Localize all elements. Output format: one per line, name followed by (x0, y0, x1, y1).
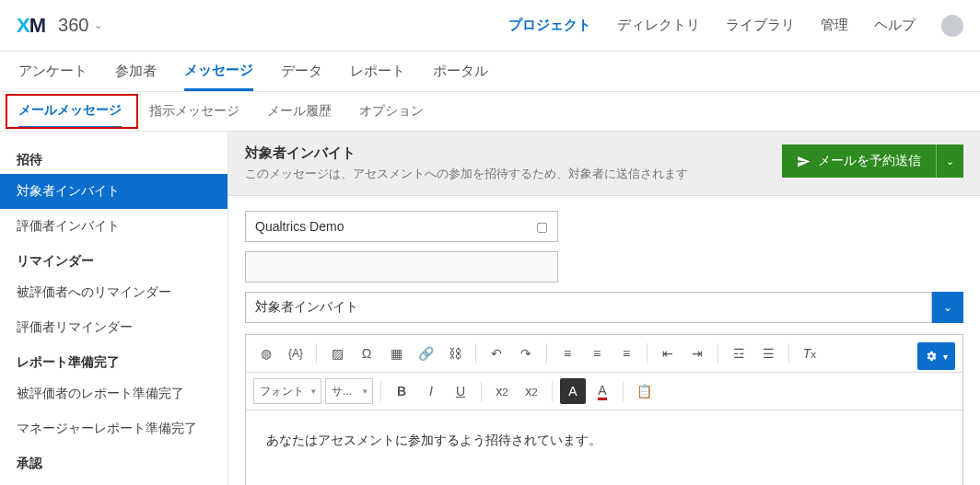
unlink-icon[interactable]: ⛓ (442, 341, 468, 366)
subtab-email-history[interactable]: メール履歴 (267, 96, 332, 127)
sidebar-item-manager-report-ready[interactable]: マネージャーレポート準備完了 (0, 411, 228, 446)
subtab-options[interactable]: オプション (359, 96, 424, 127)
tab-data[interactable]: データ (281, 53, 322, 89)
sidebar-heading-report-ready: レポート準備完了 (0, 345, 228, 376)
panel-title: 対象者インバイト (245, 144, 688, 162)
editor-body[interactable]: あなたはアセスメントに参加するよう招待されています。 (246, 410, 962, 485)
table-icon[interactable]: ▦ (383, 341, 409, 366)
tab-survey[interactable]: アンケート (18, 53, 88, 89)
image-icon[interactable]: ▨ (324, 341, 350, 366)
tab-reports[interactable]: レポート (350, 53, 405, 89)
app-switcher[interactable]: 360⌄ (58, 15, 102, 36)
underline-icon[interactable]: U (448, 378, 473, 404)
chevron-down-icon: ⌄ (94, 19, 102, 31)
sidebar-heading-invite: 招待 (0, 143, 228, 174)
sidebar-item-evaluator-reminder[interactable]: 評価者リマインダー (0, 310, 228, 345)
sidebar-item-subject-reminder[interactable]: 被評価者へのリマインダー (0, 275, 228, 310)
logo: XM (17, 14, 45, 38)
unordered-list-icon[interactable]: ☰ (755, 341, 781, 366)
subscript-icon[interactable]: x2 (489, 378, 515, 404)
font-size-select[interactable]: サ... (325, 378, 373, 404)
sidebar-item-approve-report[interactable]: レポートを承認 (0, 478, 228, 485)
piped-text-icon[interactable]: {A} (283, 341, 309, 366)
align-center-icon[interactable]: ≡ (584, 341, 610, 366)
special-char-icon[interactable]: Ω (354, 341, 379, 366)
undo-icon[interactable]: ↶ (484, 341, 509, 366)
editor-settings-button[interactable]: ▾ (917, 342, 955, 370)
chevron-down-icon: ▾ (943, 352, 948, 362)
nav-admin[interactable]: 管理 (821, 17, 848, 34)
nav-projects[interactable]: プロジェクト (508, 17, 591, 34)
from-email-field[interactable] (245, 251, 558, 283)
font-family-select[interactable]: フォント (253, 378, 321, 404)
sidebar-item-evaluator-invite[interactable]: 評価者インバイト (0, 209, 228, 244)
subject-field[interactable]: 対象者インバイト (245, 292, 932, 323)
tab-portal[interactable]: ポータル (433, 53, 488, 89)
superscript-icon[interactable]: x2 (519, 378, 544, 404)
sidebar-heading-approval: 承認 (0, 446, 228, 478)
subtab-instruction-messages[interactable]: 指示メッセージ (149, 96, 239, 127)
rich-text-editor: ▾ ◍ {A} ▨ Ω ▦ 🔗 ⛓ ↶ ↷ ≡ ≡ ≡ (245, 334, 963, 485)
redo-icon[interactable]: ↷ (513, 341, 539, 366)
avatar[interactable] (941, 15, 963, 37)
text-color-icon[interactable]: A (589, 378, 615, 404)
contact-card-icon: ▢ (536, 219, 548, 234)
tab-messages[interactable]: メッセージ (184, 52, 253, 91)
sidebar: 招待 対象者インバイト 評価者インバイト リマインダー 被評価者へのリマインダー… (0, 132, 228, 485)
indent-decrease-icon[interactable]: ⇤ (655, 341, 681, 366)
source-icon[interactable]: ◍ (253, 341, 279, 366)
bold-icon[interactable]: B (389, 378, 414, 404)
subtab-email-messages[interactable]: メールメッセージ (18, 95, 122, 129)
schedule-send-dropdown[interactable]: ⌄ (936, 144, 963, 178)
indent-increase-icon[interactable]: ⇥ (684, 341, 710, 366)
nav-library[interactable]: ライブラリ (726, 17, 795, 34)
panel-subtitle: このメッセージは、アセスメントへの参加を招待するため、対象者に送信されます (245, 166, 688, 182)
italic-icon[interactable]: I (418, 378, 444, 404)
align-right-icon[interactable]: ≡ (613, 341, 639, 366)
paste-icon[interactable]: 📋 (631, 378, 657, 404)
subject-dropdown[interactable]: ⌄ (932, 292, 963, 323)
background-color-icon[interactable]: A (560, 378, 586, 404)
link-icon[interactable]: 🔗 (413, 341, 438, 366)
sidebar-item-subject-report-ready[interactable]: 被評価者のレポート準備完了 (0, 376, 228, 411)
sidebar-item-subject-invite[interactable]: 対象者インバイト (0, 174, 228, 209)
remove-format-icon[interactable]: Tx (797, 341, 822, 366)
nav-help[interactable]: ヘルプ (874, 17, 916, 34)
paper-plane-icon (797, 155, 811, 168)
sidebar-heading-reminder: リマインダー (0, 244, 228, 275)
from-name-field[interactable]: Qualtrics Demo ▢ (245, 211, 558, 242)
ordered-list-icon[interactable]: ☲ (726, 341, 752, 366)
nav-directory[interactable]: ディレクトリ (617, 17, 700, 34)
align-left-icon[interactable]: ≡ (554, 341, 580, 366)
schedule-send-button[interactable]: メールを予約送信 (782, 144, 936, 178)
gear-icon (925, 350, 938, 363)
tab-participants[interactable]: 参加者 (115, 53, 157, 89)
